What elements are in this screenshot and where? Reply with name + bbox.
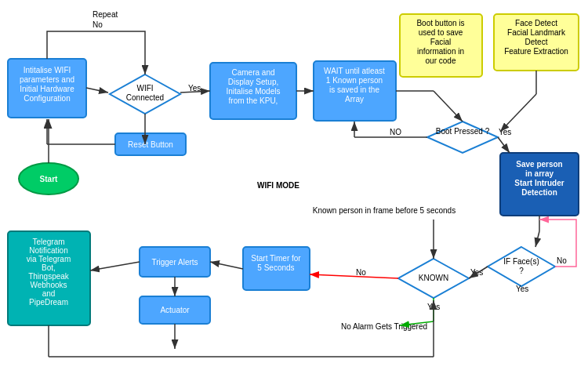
svg-text:is saved in the: is saved in the xyxy=(329,85,379,94)
svg-text:Thingspeak: Thingspeak xyxy=(28,272,70,281)
svg-text:Configuration: Configuration xyxy=(24,94,70,103)
svg-text:Telegram: Telegram xyxy=(32,238,64,246)
wait-to-boot-arrow xyxy=(434,91,463,122)
yes-boot-label: Yes xyxy=(499,128,511,136)
svg-text:Start Timer for: Start Timer for xyxy=(251,254,301,263)
svg-text:parameters and: parameters and xyxy=(20,75,74,84)
repeat-label: Repeat xyxy=(93,10,118,19)
svg-text:Save person: Save person xyxy=(516,160,562,169)
wifi-to-camera-arrow xyxy=(180,91,210,93)
boot-pressed-node xyxy=(427,122,498,153)
svg-text:in array: in array xyxy=(525,169,554,178)
svg-text:and: and xyxy=(42,289,56,298)
init-to-wifi-arrow xyxy=(86,88,108,93)
svg-text:Trigger Alerts: Trigger Alerts xyxy=(151,258,198,267)
svg-text:Webhooks: Webhooks xyxy=(30,281,67,289)
svg-text:via Telegram: via Telegram xyxy=(27,255,71,263)
timer-to-alerts-arrow xyxy=(210,262,243,269)
svg-text:Start Intruder: Start Intruder xyxy=(514,179,564,187)
svg-text:Display Setup,: Display Setup, xyxy=(228,78,278,86)
svg-text:our code: our code xyxy=(426,56,456,65)
svg-text:KNOWN: KNOWN xyxy=(419,274,448,282)
svg-text:from the KPU,: from the KPU, xyxy=(229,96,278,105)
init-label: Intitalise WIFI xyxy=(24,66,71,74)
known-frame-label: Known person in frame before 5 seconds xyxy=(313,206,456,215)
no-known-label: No xyxy=(356,268,366,277)
svg-text:Feature Extraction: Feature Extraction xyxy=(504,47,568,56)
svg-text:WAIT until atleast: WAIT until atleast xyxy=(324,67,385,75)
svg-text:Facial: Facial xyxy=(430,38,452,46)
svg-text:5 Seconds: 5 Seconds xyxy=(257,263,294,272)
start-label: Start xyxy=(40,175,58,183)
svg-text:Array: Array xyxy=(345,95,364,103)
svg-text:Notification: Notification xyxy=(29,246,67,255)
boot-to-save-arrow xyxy=(498,137,510,153)
face-to-boot-arrow xyxy=(500,94,536,132)
wifi-mode-label: WIFI MODE xyxy=(257,181,299,190)
alerts-to-telegram-arrow xyxy=(90,262,140,270)
svg-text:information in: information in xyxy=(417,47,464,56)
svg-text:Boot button is: Boot button is xyxy=(416,19,464,27)
svg-text:Boot Pressed ?: Boot Pressed ? xyxy=(436,127,490,136)
svg-text:IF Face(s): IF Face(s) xyxy=(503,257,539,266)
svg-text:Detection: Detection xyxy=(521,188,557,197)
flowchart-diagram: Repeat No Start Intitalise WIFI paramete… xyxy=(0,0,588,392)
svg-text:Reset Button: Reset Button xyxy=(128,140,173,149)
svg-text:Initial Hardware: Initial Hardware xyxy=(20,85,74,93)
svg-text:used to save: used to save xyxy=(419,28,463,37)
no-faces-label: No xyxy=(557,256,567,265)
svg-text:Camera and: Camera and xyxy=(231,68,274,77)
svg-text:Actuator: Actuator xyxy=(160,306,190,314)
svg-text:WIFI: WIFI xyxy=(136,84,153,93)
svg-text:1 Known person: 1 Known person xyxy=(326,76,383,85)
svg-text:Initalise Models: Initalise Models xyxy=(227,87,281,96)
svg-text:PipeDream: PipeDream xyxy=(29,298,68,307)
svg-text:Bot,: Bot, xyxy=(42,263,56,272)
svg-text:?: ? xyxy=(519,267,524,275)
svg-text:Face Detect: Face Detect xyxy=(515,19,557,27)
svg-text:Connected: Connected xyxy=(126,93,164,102)
yes-faces-label: Yes xyxy=(516,285,528,293)
save-to-faces-arrow xyxy=(535,231,539,247)
known-no-to-timer-arrow xyxy=(310,274,398,278)
no-repeat-label: No xyxy=(93,20,103,29)
no-boot-label: NO xyxy=(390,128,401,136)
svg-text:Facial Landmark: Facial Landmark xyxy=(507,28,566,37)
svg-text:Detect: Detect xyxy=(525,38,548,46)
